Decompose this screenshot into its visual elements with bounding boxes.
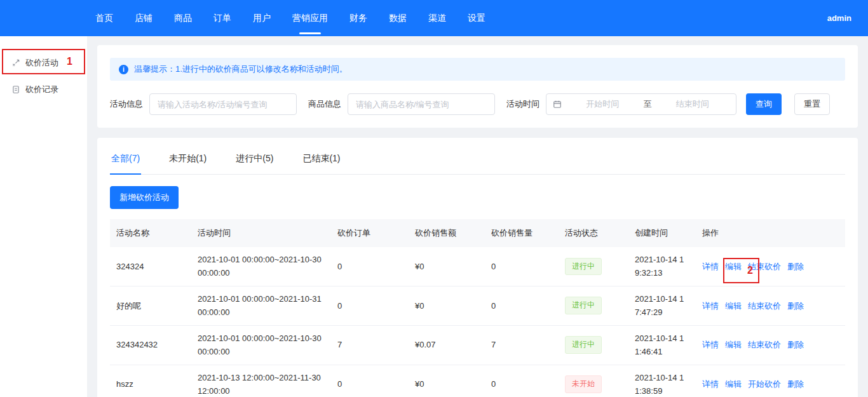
goods-info-label: 商品信息 xyxy=(308,98,341,110)
record-icon xyxy=(11,85,20,94)
delete-link[interactable]: 删除 xyxy=(787,301,804,311)
nav-item-goods[interactable]: 商品 xyxy=(174,9,192,28)
bargain-icon xyxy=(11,58,20,67)
tab-all[interactable]: 全部(7) xyxy=(110,149,141,175)
edit-link[interactable]: 编辑 xyxy=(725,262,742,271)
cell-activity-time: 2021-10-01 00:00:00~2021-10-30 00:00:00 xyxy=(191,247,331,286)
cell-volume: 0 xyxy=(485,247,559,286)
nav-item-orders[interactable]: 订单 xyxy=(214,9,231,28)
col-header-created: 创建时间 xyxy=(628,219,696,247)
status-tabs: 全部(7) 未开始(1) 进行中(5) 已结束(1) xyxy=(110,138,845,175)
nav-item-channel[interactable]: 渠道 xyxy=(428,9,446,28)
info-icon: i xyxy=(119,65,128,74)
goods-search-input[interactable] xyxy=(348,93,495,115)
add-bargain-activity-button[interactable]: 新增砍价活动 xyxy=(110,186,179,209)
edit-link[interactable]: 编辑 xyxy=(725,340,742,349)
status-badge: 进行中 xyxy=(565,258,602,276)
detail-link[interactable]: 详情 xyxy=(702,301,719,311)
date-range-picker[interactable]: 开始时间 至 结束时间 xyxy=(546,93,736,115)
nav-item-settings[interactable]: 设置 xyxy=(468,9,485,28)
end-bargain-link[interactable]: 结束砍价 xyxy=(748,340,781,349)
detail-link[interactable]: 详情 xyxy=(702,379,719,389)
delete-link[interactable]: 删除 xyxy=(787,262,804,271)
table-header-row: 活动名称 活动时间 砍价订单 砍价销售额 砍价销售量 活动状态 创建时间 操作 xyxy=(110,219,845,247)
cell-activity-time: 2021-10-01 00:00:00~2021-10-31 00:00:00 xyxy=(191,286,331,325)
nav-item-home[interactable]: 首页 xyxy=(95,9,113,28)
status-badge: 未开始 xyxy=(565,375,602,393)
nav-menu: 首页 店铺 商品 订单 用户 营销应用 财务 数据 渠道 设置 xyxy=(95,9,485,28)
cell-activity-time: 2021-10-01 00:00:00~2021-10-30 00:00:00 xyxy=(191,325,331,365)
detail-link[interactable]: 详情 xyxy=(702,340,719,349)
cell-activity-time: 2021-10-13 12:00:00~2021-11-30 12:00:00 xyxy=(191,365,331,397)
end-bargain-link[interactable]: 结束砍价 xyxy=(748,301,781,311)
col-header-status: 活动状态 xyxy=(559,219,628,247)
nav-item-finance[interactable]: 财务 xyxy=(349,9,367,28)
activity-list-card: 全部(7) 未开始(1) 进行中(5) 已结束(1) 新增砍价活动 活动名称 活… xyxy=(97,138,858,397)
table-row: 324342432 2021-10-01 00:00:00~2021-10-30… xyxy=(110,325,845,365)
calendar-icon xyxy=(553,100,562,109)
main-content: i 温馨提示：1.进行中的砍价商品可以修改名称和活动时间。 活动信息 商品信息 … xyxy=(87,36,868,397)
table-row: hszz 2021-10-13 12:00:00~2021-11-30 12:0… xyxy=(110,365,845,397)
col-header-volume: 砍价销售量 xyxy=(485,219,559,247)
cell-created: 2021-10-14 19:32:13 xyxy=(628,247,696,286)
sidebar-item-bargain-activity[interactable]: 砍价活动 xyxy=(0,50,87,76)
tab-ended[interactable]: 已结束(1) xyxy=(301,149,341,174)
cell-created: 2021-10-14 11:46:41 xyxy=(628,325,696,365)
sidebar-item-label: 砍价记录 xyxy=(25,84,58,95)
cell-volume: 7 xyxy=(485,325,559,365)
cell-orders: 0 xyxy=(331,365,409,397)
activity-info-label: 活动信息 xyxy=(110,98,143,110)
status-badge: 进行中 xyxy=(565,336,602,354)
tip-bar: i 温馨提示：1.进行中的砍价商品可以修改名称和活动时间。 xyxy=(110,58,845,81)
cell-sales: ¥0 xyxy=(409,365,485,397)
cell-sales: ¥0.07 xyxy=(409,325,485,365)
end-bargain-link[interactable]: 结束砍价 xyxy=(748,262,781,271)
delete-link[interactable]: 删除 xyxy=(787,340,804,349)
delete-link[interactable]: 删除 xyxy=(787,379,804,389)
nav-item-users[interactable]: 用户 xyxy=(253,9,271,28)
cell-activity-name: 324324 xyxy=(110,247,191,286)
cell-volume: 0 xyxy=(485,365,559,397)
filter-row: 活动信息 商品信息 活动时间 开始时间 至 结束时间 查询 重置 xyxy=(110,93,845,115)
nav-item-shop[interactable]: 店铺 xyxy=(135,9,153,28)
cell-activity-name: hszz xyxy=(110,365,191,397)
tip-text: 温馨提示：1.进行中的砍价商品可以修改名称和活动时间。 xyxy=(134,64,348,75)
sidebar-item-label: 砍价活动 xyxy=(25,57,58,69)
cell-orders: 0 xyxy=(331,247,409,286)
cell-volume: 0 xyxy=(485,286,559,325)
tab-not-started[interactable]: 未开始(1) xyxy=(168,149,208,174)
start-time-placeholder: 开始时间 xyxy=(566,98,640,110)
search-button[interactable]: 查询 xyxy=(746,93,782,115)
end-time-placeholder: 结束时间 xyxy=(656,98,730,110)
cell-activity-name: 324342432 xyxy=(110,325,191,365)
col-header-actions: 操作 xyxy=(696,219,845,247)
detail-link[interactable]: 详情 xyxy=(702,262,719,271)
nav-item-data[interactable]: 数据 xyxy=(389,9,407,28)
edit-link[interactable]: 编辑 xyxy=(725,301,742,311)
cell-orders: 0 xyxy=(331,286,409,325)
table-row: 好的呢 2021-10-01 00:00:00~2021-10-31 00:00… xyxy=(110,286,845,325)
start-bargain-link[interactable]: 开始砍价 xyxy=(748,379,781,389)
col-header-name: 活动名称 xyxy=(110,219,191,247)
reset-button[interactable]: 重置 xyxy=(794,93,830,115)
sidebar-item-bargain-records[interactable]: 砍价记录 xyxy=(0,76,87,103)
status-badge: 进行中 xyxy=(565,297,602,314)
cell-activity-name: 好的呢 xyxy=(110,286,191,325)
sidebar: 砍价活动 砍价记录 xyxy=(0,36,87,397)
nav-item-marketing[interactable]: 营销应用 xyxy=(292,9,328,28)
cell-sales: ¥0 xyxy=(409,247,485,286)
table-row: 324324 2021-10-01 00:00:00~2021-10-30 00… xyxy=(110,247,845,286)
tab-in-progress[interactable]: 进行中(5) xyxy=(234,149,275,174)
admin-user-menu[interactable]: admin xyxy=(827,13,851,23)
activity-search-input[interactable] xyxy=(149,93,297,115)
range-separator: 至 xyxy=(644,98,652,110)
activity-table: 活动名称 活动时间 砍价订单 砍价销售额 砍价销售量 活动状态 创建时间 操作 … xyxy=(110,219,845,397)
col-header-orders: 砍价订单 xyxy=(331,219,409,247)
col-header-time: 活动时间 xyxy=(191,219,331,247)
cell-created: 2021-10-14 17:47:29 xyxy=(628,286,696,325)
cell-sales: ¥0 xyxy=(409,286,485,325)
edit-link[interactable]: 编辑 xyxy=(725,379,742,389)
filter-card: i 温馨提示：1.进行中的砍价商品可以修改名称和活动时间。 活动信息 商品信息 … xyxy=(97,45,858,128)
cell-created: 2021-10-14 11:38:59 xyxy=(628,365,696,397)
col-header-sales: 砍价销售额 xyxy=(409,219,485,247)
